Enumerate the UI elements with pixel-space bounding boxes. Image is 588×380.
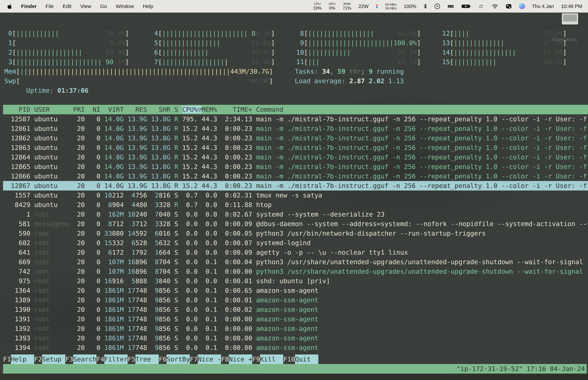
menubar-time[interactable]: 10:46 PM [561, 3, 582, 9]
cpu-stat[interactable]: CPU19% [313, 2, 322, 10]
fkey-label-quit[interactable]: Quit [295, 355, 318, 364]
res-cell: 17 [128, 296, 135, 304]
fkey-label-tree[interactable]: Tree [135, 355, 159, 364]
cpu-meter-label: 8 [296, 29, 304, 38]
gpu-stat[interactable]: GPU0% [329, 2, 336, 10]
cpu-pct-cell: 0.0 [182, 268, 202, 275]
control-center-icon[interactable] [506, 3, 512, 9]
process-row-selected[interactable]: 12867 ubuntu 20 0 14.0G 13.9G 13.8G R 15… [3, 181, 588, 190]
process-row[interactable]: 590 root 20 0 33080 14592 6016 S 0.0 0.0… [3, 228, 588, 238]
fkey-f1[interactable]: F1 [3, 355, 11, 364]
pid-cell: 602 [3, 239, 34, 247]
time-cell: 0:02.67 [221, 210, 256, 218]
process-row[interactable]: 12866 ubuntu 20 0 14.0G 13.9G 13.8G R 15… [3, 171, 588, 181]
fkey-f10[interactable]: F10 [283, 355, 295, 364]
ram-stat[interactable]: RAM71% [343, 2, 351, 10]
process-row[interactable]: 12862 ubuntu 20 0 14.0G 13.9G 13.8G R 15… [3, 133, 588, 143]
menu-window[interactable]: Window [116, 3, 134, 9]
process-row[interactable]: 12587 ubuntu 20 0 14.0G 13.9G 13.8G R 79… [3, 114, 588, 124]
cpu-pct-cell: 0.0 [182, 258, 202, 266]
menu-view[interactable]: View [80, 3, 91, 9]
mem-pct-cell: 0.0 [202, 239, 221, 247]
wifi-icon[interactable] [492, 3, 498, 9]
fkey-label-search[interactable]: Search [73, 355, 96, 364]
menu-go[interactable]: Go [100, 3, 107, 9]
res-cell: 4 [132, 201, 135, 209]
shr-cell: 816 [159, 191, 171, 199]
process-row[interactable]: 12861 ubuntu 20 0 14.0G 13.9G 13.8G R 15… [3, 124, 588, 133]
battery-icon[interactable] [461, 3, 471, 9]
menubar-date[interactable]: Thu 4 Jan [532, 3, 554, 9]
process-row[interactable]: 975 root 20 0 16916 5888 3840 S 0.0 0.0 … [3, 276, 588, 286]
process-row[interactable]: 8429 ubuntu 20 0 8904 4480 3328 R 0.7 0.… [3, 200, 588, 209]
sort-column-cpu[interactable]: CPU%▽ [182, 106, 201, 113]
user-cell: root [34, 258, 73, 266]
fkey-label-setup[interactable]: Setup [42, 355, 65, 364]
process-row[interactable]: 12864 ubuntu 20 0 14.0G 13.9G 13.8G R 15… [3, 152, 588, 162]
menu-file[interactable]: File [46, 3, 54, 9]
battery-percent[interactable]: 100% [404, 3, 416, 9]
table-header[interactable]: PID USER PRI NI VIRT RES SHR S CPU%▽MEM%… [3, 105, 588, 114]
process-row[interactable]: 1 root 20 0 162M 10240 7040 S 0.0 0.0 0:… [3, 209, 588, 219]
play-icon[interactable] [434, 3, 440, 9]
virt-cell: 0G [116, 134, 124, 142]
process-row[interactable]: 1394 root 20 0 1861M 17748 9856 S 0.0 0.… [3, 343, 588, 352]
process-row[interactable]: 742 root 20 0 107M 16896 8704 S 0.0 0.1 … [3, 267, 588, 276]
power-watts[interactable]: 22W [359, 3, 369, 9]
process-row[interactable]: 1389 root 20 0 1861M 17748 9856 S 0.0 0.… [3, 295, 588, 305]
screenshots-desktop-icon[interactable] [562, 13, 578, 24]
network-updown-icon[interactable] [376, 3, 378, 9]
process-row[interactable]: 1364 root 20 0 1861M 17748 9856 S 0.0 0.… [3, 286, 588, 295]
shr-cell: 13.8G [151, 163, 170, 171]
keyboard-icon[interactable] [447, 3, 454, 9]
table-header-left: PID USER PRI NI VIRT RES SHR S [3, 106, 182, 113]
fkey-label-sortby[interactable]: SortBy [167, 355, 190, 364]
process-row[interactable]: 641 root 20 0 6172 1792 1664 S 0.0 0.0 0… [3, 248, 588, 257]
process-row[interactable]: 12863 ubuntu 20 0 14.0G 13.9G 13.8G R 15… [3, 143, 588, 152]
res-cell: 17 [128, 306, 135, 313]
fkey-label-help[interactable]: Help [11, 355, 34, 364]
fkey-label-nice-[interactable]: Nice + [229, 355, 252, 364]
process-row[interactable]: 581 messagebu 20 0 8712 3712 3328 S 0.0 … [3, 219, 588, 228]
time-cell: 2:34.13 [221, 115, 256, 123]
network-speed-stat[interactable]: 53 KB/s26 KB/s [385, 3, 397, 10]
fkey-f6[interactable]: F6 [159, 355, 167, 364]
process-row[interactable]: 602 root 20 0 15332 6528 5632 S 0.0 0.0 … [3, 238, 588, 248]
process-row[interactable]: 1391 root 20 0 1861M 17748 9856 S 0.0 0.… [3, 314, 588, 324]
process-row[interactable]: 1393 root 20 0 1861M 17748 9856 S 0.0 0.… [3, 333, 588, 343]
fkey-f2[interactable]: F2 [34, 355, 42, 364]
process-row[interactable]: 1557 ubuntu 20 0 10212 4756 2816 S 0.7 0… [3, 190, 588, 200]
virt-cell: 8 [108, 201, 112, 209]
res-cell: 748 [135, 344, 147, 351]
pid-cell: 742 [3, 268, 34, 275]
apple-menu-icon[interactable] [7, 3, 12, 9]
menu-edit[interactable]: Edit [63, 3, 72, 9]
mem-pct-cell: 0.1 [202, 258, 221, 266]
fkey-label-nice-[interactable]: Nice - [198, 355, 221, 364]
process-row[interactable]: 1392 root 20 0 1861M 17748 9856 S 0.0 0.… [3, 324, 588, 333]
bluetooth-icon[interactable] [423, 3, 427, 9]
fkey-f7[interactable]: F7 [190, 355, 198, 364]
fkey-f5[interactable]: F5 [128, 355, 135, 364]
menu-help[interactable]: Help [143, 3, 153, 9]
process-row[interactable]: 1390 root 20 0 1861M 17748 9856 S 0.0 0.… [3, 305, 588, 314]
process-row[interactable]: 12865 ubuntu 20 0 14.0G 13.9G 13.8G R 15… [3, 162, 588, 171]
virt-cell: 14. [104, 115, 116, 123]
fkey-f3[interactable]: F3 [65, 355, 73, 364]
mem-pct-cell: 44.3 [202, 163, 221, 171]
virt-cell: 8 [108, 220, 112, 228]
menu-finder[interactable]: Finder [21, 3, 37, 9]
fkey-label-kill[interactable]: Kill [260, 355, 283, 364]
res-cell: 16 [128, 258, 135, 266]
fkey-f4[interactable]: F4 [96, 355, 104, 364]
istat-menus-icon[interactable] [478, 3, 484, 9]
siri-icon[interactable] [519, 3, 525, 9]
res-cell: 748 [135, 315, 147, 323]
fkey-f8[interactable]: F8 [221, 355, 229, 364]
fkey-f9[interactable]: F9 [252, 355, 260, 364]
shr-cell: 3 [155, 277, 159, 285]
state-cell: S [174, 296, 182, 304]
shr-cell: 8 [155, 258, 159, 266]
fkey-label-filter[interactable]: Filter [104, 355, 128, 364]
process-row[interactable]: 669 root 20 0 107M 16896 8704 S 0.0 0.1 … [3, 257, 588, 267]
